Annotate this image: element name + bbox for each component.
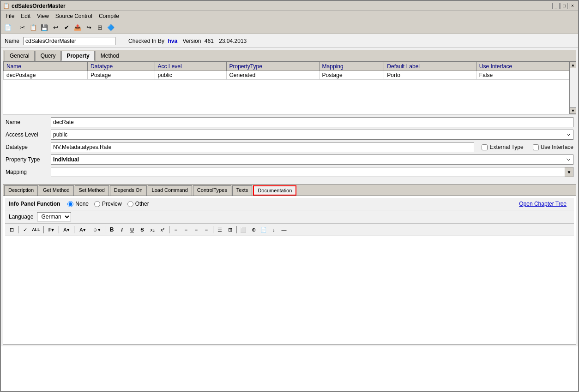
toolbar-save[interactable]: 💾 [39, 23, 49, 33]
ed-btn-justify[interactable]: ≡ [202, 225, 211, 234]
menu-view[interactable]: View [34, 12, 52, 20]
form-select-access-level[interactable]: public private protected [51, 130, 573, 140]
ed-btn-all[interactable]: ALL [30, 225, 42, 234]
toolbar-redo[interactable]: ↪ [84, 23, 94, 33]
btab-control-types[interactable]: ControlTypes [193, 185, 231, 196]
tab-general[interactable]: General [5, 51, 35, 61]
property-grid[interactable]: Name Datatype Acc Level PropertyType Map… [3, 62, 569, 114]
ed-btn-align-left[interactable]: ≡ [171, 225, 181, 234]
radio-preview-input[interactable] [94, 201, 100, 207]
btab-load-command[interactable]: Load Command [148, 185, 192, 196]
ed-btn-highlight[interactable]: A▾ [76, 225, 89, 234]
editor-toolbar: ⊡ ✓ ALL F▾ A▾ A▾ ☺▾ B I U S x₂ [5, 224, 574, 236]
ed-sep-8 [236, 226, 237, 233]
toolbar-checkout[interactable]: 📤 [72, 23, 83, 33]
ed-btn-align-center[interactable]: ≡ [181, 225, 191, 234]
ed-btn-select[interactable]: ⊡ [7, 225, 16, 234]
bottom-tabs: Description Get Method Set Method Depend… [3, 184, 576, 196]
toolbar-new[interactable]: 📄 [3, 23, 13, 33]
ed-sep-4 [74, 226, 74, 233]
ed-btn-align-right[interactable]: ≡ [192, 225, 201, 234]
ed-sep-1 [18, 226, 18, 233]
ed-btn-bullet-list[interactable]: ☰ [215, 225, 224, 234]
form-row-property-type: Property Type Individual Generated Compu… [6, 154, 573, 165]
ed-btn-table[interactable]: ⊞ [225, 225, 235, 234]
ed-btn-link[interactable]: ⊕ [249, 225, 258, 234]
radio-none-input[interactable] [67, 201, 73, 207]
form-label-property-type: Property Type [6, 156, 47, 163]
language-select[interactable]: German English French [37, 212, 71, 221]
btab-depends-on[interactable]: Depends On [110, 185, 147, 196]
checked-in-label: Checked In By [128, 38, 164, 44]
bottom-tabs-container: Description Get Method Set Method Depend… [3, 184, 576, 344]
form-label-name: Name [6, 119, 47, 125]
version-value: 461 [205, 38, 214, 44]
toolbar-sep-1 [15, 24, 15, 32]
ed-btn-emoji[interactable]: ☺▾ [90, 225, 103, 234]
name-bar-input[interactable]: cdSalesOrderMaster [23, 37, 115, 45]
toolbar-cut[interactable]: ✂ [17, 23, 27, 33]
radio-group: None Preview Other [67, 201, 149, 207]
menu-compile[interactable]: Compile [96, 12, 122, 20]
toolbar-nv[interactable]: 🔷 [106, 23, 116, 33]
form-input-name[interactable] [51, 117, 573, 127]
form-row-name: Name [6, 117, 573, 127]
ed-btn-image[interactable]: ⬜ [239, 225, 248, 234]
scroll-down-btn[interactable]: ▼ [570, 107, 576, 114]
editor-area[interactable] [5, 236, 574, 342]
btab-get-method[interactable]: Get Method [39, 185, 73, 196]
ed-btn-superscript[interactable]: x² [158, 225, 167, 234]
maximize-button[interactable]: □ [561, 3, 568, 9]
form-mapping-input-group: ▼ [51, 167, 573, 177]
form-select-property-type[interactable]: Individual Generated Computed [51, 154, 573, 165]
toolbar-undo[interactable]: ↩ [50, 23, 60, 33]
menu-source-control[interactable]: Source Control [53, 12, 95, 20]
open-chapter-link[interactable]: Open Chapter Tree [515, 200, 570, 208]
radio-preview[interactable]: Preview [94, 201, 122, 207]
close-button[interactable]: × [569, 3, 576, 9]
ed-btn-arrow[interactable]: ↓ [269, 225, 278, 234]
toolbar-checkin[interactable]: ✔ [61, 23, 72, 33]
ed-btn-italic[interactable]: I [117, 225, 127, 234]
grid-scrollbar[interactable]: ▲ ▼ [569, 62, 576, 114]
ed-btn-line[interactable]: — [279, 225, 289, 234]
table-row[interactable]: decPostagePostagepublicGeneratedPostageP… [4, 71, 569, 80]
toolbar-grid[interactable]: ⊞ [95, 23, 105, 33]
content-area: General Query Property Method Name Datat… [1, 48, 578, 346]
tab-method[interactable]: Method [96, 51, 124, 61]
radio-other[interactable]: Other [127, 201, 149, 207]
checkbox-external-type[interactable] [482, 144, 488, 150]
ed-btn-font-family[interactable]: F▾ [46, 225, 57, 234]
btab-description[interactable]: Description [4, 185, 38, 196]
tab-property[interactable]: Property [61, 51, 94, 61]
menu-file[interactable]: File [3, 12, 17, 20]
btab-texts[interactable]: Texts [232, 185, 253, 196]
menu-edit[interactable]: Edit [18, 12, 33, 20]
toolbar-copy[interactable]: 📋 [28, 23, 38, 33]
radio-other-input[interactable] [127, 201, 133, 207]
form-mapping-dropdown-btn[interactable]: ▼ [565, 167, 573, 177]
radio-none[interactable]: None [67, 201, 89, 207]
ed-sep-3 [59, 226, 59, 233]
ed-btn-check[interactable]: ✓ [20, 225, 30, 234]
ed-sep-7 [213, 226, 213, 233]
ed-btn-bold[interactable]: B [107, 225, 116, 234]
checkbox-use-interface[interactable] [533, 144, 539, 150]
btab-documentation[interactable]: Documentation [253, 185, 296, 196]
btab-set-method[interactable]: Set Method [75, 185, 109, 196]
minimize-button[interactable]: _ [552, 3, 560, 9]
tab-query[interactable]: Query [36, 51, 61, 61]
ed-btn-strikethrough[interactable]: S [138, 225, 147, 234]
form-label-datatype: Datatype [6, 144, 47, 150]
scroll-up-btn[interactable]: ▲ [570, 62, 576, 68]
ed-btn-font-size[interactable]: A▾ [61, 225, 72, 234]
form-row-mapping: Mapping ▼ [6, 167, 573, 177]
info-panel-label: Info Panel Function [9, 201, 60, 207]
ed-btn-special[interactable]: 📄 [259, 225, 268, 234]
checked-in-user: hva [168, 38, 177, 44]
ed-btn-subscript[interactable]: x₂ [148, 225, 157, 234]
scroll-track [570, 68, 576, 107]
ed-btn-underline[interactable]: U [127, 225, 137, 234]
form-input-mapping[interactable] [51, 167, 565, 177]
form-input-datatype[interactable] [51, 142, 474, 152]
